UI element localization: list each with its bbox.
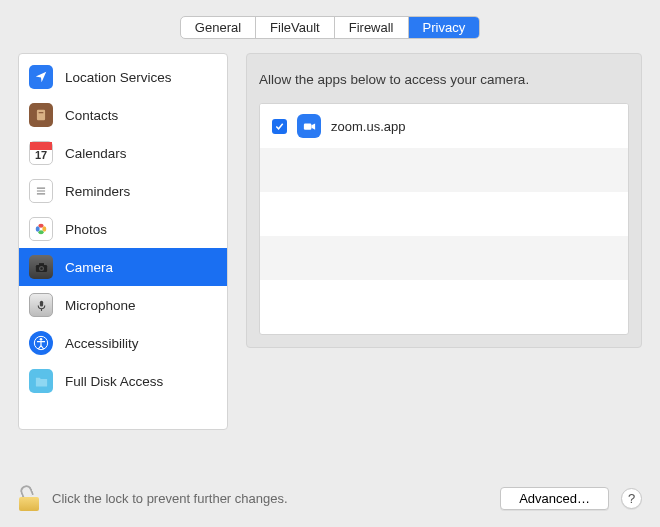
location-arrow-icon: [29, 65, 53, 89]
main-heading: Allow the apps below to access your came…: [247, 54, 641, 103]
microphone-icon: [29, 293, 53, 317]
contacts-icon: [29, 103, 53, 127]
tab-bar: General FileVault Firewall Privacy: [0, 0, 660, 39]
accessibility-icon: [29, 331, 53, 355]
tab-privacy[interactable]: Privacy: [409, 17, 480, 38]
app-row-empty: [260, 236, 628, 280]
sidebar-item-calendars[interactable]: 17 Calendars: [19, 134, 227, 172]
svg-point-17: [40, 338, 43, 341]
sidebar-item-location-services[interactable]: Location Services: [19, 58, 227, 96]
app-label: zoom.us.app: [331, 119, 405, 134]
help-button[interactable]: ?: [621, 488, 642, 509]
app-row-empty: [260, 148, 628, 192]
video-icon: [297, 114, 321, 138]
sidebar-item-label: Calendars: [65, 146, 127, 161]
svg-point-8: [38, 230, 43, 234]
sidebar-item-label: Camera: [65, 260, 113, 275]
svg-point-7: [42, 226, 46, 231]
svg-point-6: [38, 224, 43, 228]
sidebar-item-full-disk-access[interactable]: Full Disk Access: [19, 362, 227, 400]
privacy-sidebar: Location Services Contacts 17 Calendars …: [18, 53, 228, 430]
main-pane: Allow the apps below to access your came…: [246, 53, 642, 348]
sidebar-item-camera[interactable]: Camera: [19, 248, 227, 286]
calendar-day: 17: [35, 150, 47, 161]
photos-icon: [29, 217, 53, 241]
calendar-icon: 17: [29, 141, 53, 165]
sidebar-item-label: Full Disk Access: [65, 374, 163, 389]
sidebar-item-label: Photos: [65, 222, 107, 237]
sidebar-item-label: Location Services: [65, 70, 172, 85]
app-row-empty: [260, 192, 628, 236]
sidebar-item-contacts[interactable]: Contacts: [19, 96, 227, 134]
sidebar-item-photos[interactable]: Photos: [19, 210, 227, 248]
lock-text: Click the lock to prevent further change…: [52, 491, 488, 506]
svg-point-12: [40, 267, 43, 270]
svg-rect-18: [303, 123, 311, 129]
folder-icon: [29, 369, 53, 393]
camera-icon: [29, 255, 53, 279]
sidebar-item-microphone[interactable]: Microphone: [19, 286, 227, 324]
tab-filevault[interactable]: FileVault: [256, 17, 335, 38]
reminders-icon: [29, 179, 53, 203]
footer: Click the lock to prevent further change…: [0, 469, 660, 527]
sidebar-item-label: Microphone: [65, 298, 136, 313]
sidebar-item-label: Contacts: [65, 108, 118, 123]
app-list: zoom.us.app: [259, 103, 629, 335]
sidebar-item-accessibility[interactable]: Accessibility: [19, 324, 227, 362]
tab-segment: General FileVault Firewall Privacy: [180, 16, 480, 39]
sidebar-item-label: Reminders: [65, 184, 130, 199]
svg-rect-14: [39, 300, 42, 306]
advanced-button[interactable]: Advanced…: [500, 487, 609, 510]
sidebar-item-label: Accessibility: [65, 336, 139, 351]
svg-rect-13: [39, 263, 44, 266]
svg-rect-1: [39, 112, 44, 113]
app-checkbox[interactable]: [272, 119, 287, 134]
lock-icon[interactable]: [18, 485, 40, 511]
app-row-zoom[interactable]: zoom.us.app: [260, 104, 628, 148]
sidebar-item-reminders[interactable]: Reminders: [19, 172, 227, 210]
tab-general[interactable]: General: [181, 17, 256, 38]
content-panel: Location Services Contacts 17 Calendars …: [18, 53, 642, 430]
svg-point-9: [36, 226, 40, 231]
svg-rect-0: [37, 110, 45, 121]
tab-firewall[interactable]: Firewall: [335, 17, 409, 38]
